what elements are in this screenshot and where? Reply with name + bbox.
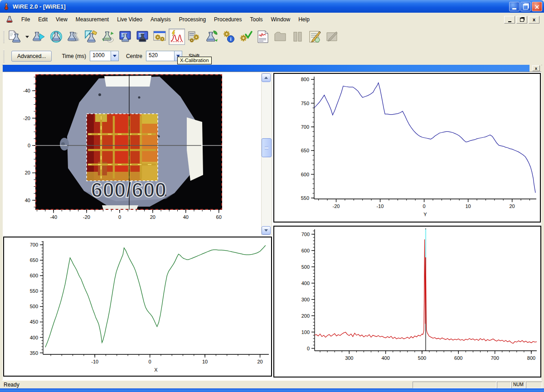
status-bar: Ready NUM	[2, 380, 542, 389]
menu-item-view[interactable]: View	[52, 15, 72, 24]
video-panel[interactable]: 600/600	[3, 72, 260, 237]
scrollbar-thumb[interactable]	[262, 138, 272, 157]
scroll-down-button[interactable]	[262, 226, 271, 235]
svg-text:-20: -20	[333, 203, 340, 209]
svg-text:10: 10	[465, 203, 471, 209]
calibration-info-button[interactable]: i	[220, 29, 237, 45]
menu-item-live-video[interactable]: Live Video	[113, 15, 146, 24]
mdi-restore-icon	[520, 18, 524, 22]
app-icon	[3, 3, 10, 10]
main-toolbar: i	[2, 26, 542, 48]
sample-label: 600/600	[91, 178, 166, 202]
svg-text:100: 100	[301, 329, 310, 335]
svg-text:400: 400	[301, 281, 310, 286]
mdi-strip-close-button[interactable]: x	[532, 65, 540, 71]
minimize-button[interactable]	[509, 2, 520, 11]
flask-cascade-icon	[67, 30, 80, 44]
document-flask-icon	[5, 15, 14, 24]
y-profile-chart[interactable]: -20-1001020550600650700750800Y	[273, 73, 541, 223]
mdi-minimize-button[interactable]	[504, 16, 515, 24]
hardware-gears-button[interactable]	[186, 29, 202, 45]
flask-monitor-icon	[118, 30, 132, 44]
svg-text:-40: -40	[23, 88, 30, 93]
scroll-up-button[interactable]	[262, 73, 271, 82]
svg-text:0: 0	[149, 359, 151, 364]
setup-measurement-button[interactable]	[83, 29, 99, 45]
menu-item-analysis[interactable]: Analysis	[146, 15, 175, 24]
flask-ruler-icon	[84, 30, 97, 44]
menu-item-file[interactable]: File	[17, 15, 34, 24]
dropdown-arrow-icon	[25, 36, 29, 38]
time-label: Time (ms)	[62, 53, 86, 59]
svg-text:500: 500	[418, 355, 426, 361]
instrument-monitor-button[interactable]	[117, 29, 133, 45]
close-button[interactable]: ×	[532, 2, 542, 11]
disabled-folder-icon	[273, 30, 287, 44]
menu-item-help[interactable]: Help	[294, 15, 314, 24]
svg-text:0: 0	[423, 203, 426, 209]
gear-check-icon	[239, 30, 253, 44]
spectrum-plot[interactable]: 3004005006007008000100200300400500600700	[274, 227, 540, 377]
menu-item-procedures[interactable]: Procedures	[210, 15, 246, 24]
svg-text:800: 800	[527, 355, 535, 361]
svg-text:600: 600	[301, 172, 309, 177]
process-flask-button[interactable]	[203, 29, 219, 45]
svg-text:750: 750	[301, 101, 309, 106]
chevron-down-icon	[113, 55, 117, 57]
system-configuration-button[interactable]	[151, 29, 168, 45]
chevron-down-icon	[264, 229, 268, 232]
flask-recycle-icon	[101, 30, 115, 44]
title-bar: WiRE 2.0 - [WiRE1] ×	[0, 0, 544, 13]
window-left-edge	[0, 13, 2, 388]
calibration-check-button[interactable]	[238, 29, 254, 45]
mdi-restore-button[interactable]	[516, 16, 527, 24]
svg-text:600: 600	[454, 355, 462, 361]
num-lock-indicator: NUM	[511, 382, 525, 388]
disabled-columns-icon	[291, 30, 304, 44]
time-dropdown-button[interactable]	[111, 51, 118, 61]
menu-item-edit[interactable]: Edit	[34, 15, 52, 24]
live-spectrum-button[interactable]	[169, 29, 185, 45]
repeat-measurement-button[interactable]	[48, 29, 64, 45]
centre-value: 520	[146, 51, 174, 61]
sample-review-button[interactable]	[100, 29, 116, 45]
menu-item-window[interactable]: Window	[267, 15, 294, 24]
x-profile-chart[interactable]: -1001020350400450500550600650700X	[3, 237, 272, 377]
flask-play-icon	[32, 30, 46, 44]
centre-label: Centre	[126, 53, 142, 59]
svg-text:550: 550	[30, 288, 38, 294]
menu-item-measurement[interactable]: Measurement	[72, 15, 113, 24]
status-panel-end	[526, 382, 542, 388]
vertical-scrollbar[interactable]	[261, 73, 272, 235]
instrument-monitor-dark-button[interactable]	[134, 29, 151, 45]
advanced-button[interactable]: Advanced...	[11, 51, 52, 62]
raman-map-overlay	[87, 114, 158, 181]
svg-text:0: 0	[28, 143, 30, 148]
svg-text:200: 200	[301, 313, 310, 319]
new-measurement-button[interactable]	[7, 29, 23, 45]
thumb-grip-icon	[265, 146, 268, 150]
new-measurement-dropdown[interactable]	[24, 29, 30, 45]
toolbar2-grip[interactable]	[3, 50, 5, 63]
measurement-queue-button[interactable]	[65, 29, 82, 45]
mdi-titlebar[interactable]: x	[3, 65, 541, 72]
time-combobox[interactable]: 1000	[90, 51, 119, 61]
mdi-close-icon: x	[533, 17, 535, 22]
mdi-minimize-icon	[508, 21, 511, 22]
acquisition-toolbar: Advanced... Time (ms) 1000 Centre 520 Sh…	[2, 47, 542, 65]
spectrum-chart[interactable]: 3004005006007008000100200300400500600700	[273, 226, 541, 377]
menu-item-processing[interactable]: Processing	[175, 15, 210, 24]
report-button[interactable]	[255, 29, 271, 45]
video-image[interactable]: 600/600	[3, 72, 260, 235]
window-gears-icon	[153, 30, 166, 44]
centre-combobox[interactable]: 520	[146, 51, 182, 61]
mdi-close-button[interactable]: x	[529, 16, 539, 24]
restore-button[interactable]	[520, 2, 531, 11]
run-measurement-button[interactable]	[31, 29, 47, 45]
flask-ring-icon	[49, 30, 63, 44]
script-editor-button[interactable]	[306, 29, 323, 45]
y_profile-plot[interactable]: -20-1001020550600650700750800Y	[274, 74, 540, 222]
x_profile-plot[interactable]: -1001020350400450500550600650700X	[4, 237, 271, 376]
menu-item-tools[interactable]: Tools	[246, 15, 267, 24]
toolbar-grip[interactable]	[3, 30, 5, 43]
